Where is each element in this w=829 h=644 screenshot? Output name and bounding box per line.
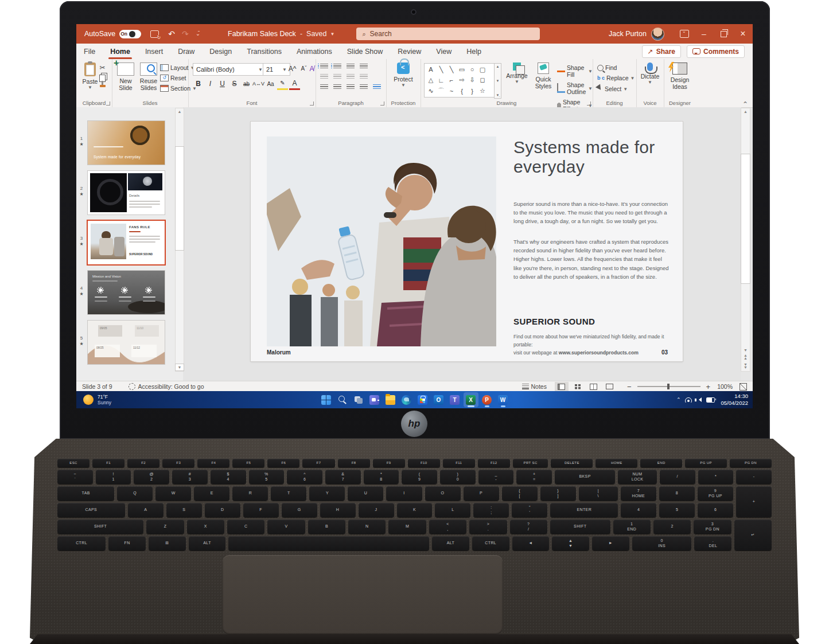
taskbar-icon-store[interactable] [415, 392, 430, 407]
key-r[interactable]: R [232, 486, 268, 501]
scroll-down-icon[interactable]: ▼ [744, 348, 748, 352]
key-u[interactable]: U [348, 486, 383, 501]
key-q[interactable]: Q [117, 486, 153, 501]
share-button[interactable]: ↗ Share [642, 45, 681, 58]
tab-file[interactable]: File [76, 44, 103, 59]
user-name[interactable]: Jack Purton [609, 30, 647, 38]
shape-outline-button[interactable]: Shape Outline▼ [557, 81, 593, 95]
redo-icon[interactable]: ↷ [182, 30, 189, 38]
shape-item-14[interactable]: ~ [446, 86, 457, 96]
key-f5[interactable]: f5 [232, 459, 264, 467]
key-i[interactable]: I [386, 486, 422, 501]
shape-item-2[interactable]: ╲ [446, 65, 457, 75]
key-([interactable]: ( 9 [402, 470, 437, 484]
touchpad[interactable] [223, 555, 503, 634]
key-alt[interactable]: ALT [432, 536, 469, 551]
key-d[interactable]: D [205, 503, 240, 517]
design-ideas-button[interactable]: Design Ideas [667, 63, 692, 90]
key-|[interactable]: | \ [579, 486, 618, 501]
key-)[interactable]: ) 0 [440, 470, 476, 484]
shape-item-5[interactable]: ▢ [477, 65, 488, 75]
key-shift[interactable]: SHIFT [550, 520, 610, 534]
key-*[interactable]: * [698, 470, 734, 484]
strikethrough-button[interactable]: S [229, 79, 240, 89]
key-esc[interactable]: ESC [57, 459, 89, 467]
key-5[interactable]: 5 [659, 503, 695, 517]
ribbon-display-options-button[interactable] [675, 24, 694, 44]
key-"[interactable]: " ' [512, 503, 547, 517]
panel-scroll-thumb[interactable] [175, 146, 184, 251]
scroll-thumb[interactable] [741, 154, 750, 284]
panel-scroll-down-icon[interactable]: ▼ [175, 364, 184, 371]
key-b[interactable]: B [308, 520, 345, 534]
align-left-icon[interactable] [320, 84, 328, 90]
fit-slide-icon[interactable] [740, 383, 747, 391]
bullets-icon[interactable] [320, 64, 328, 69]
key-3[interactable]: 3 PG DN [694, 520, 731, 534]
select-button[interactable]: Select▼ [597, 85, 635, 93]
key-m[interactable]: M [388, 520, 426, 534]
slide-thumbnail-2[interactable]: Details [88, 171, 165, 214]
text-direction-icon[interactable] [360, 64, 368, 69]
shape-item-1[interactable]: ╲ [436, 65, 446, 75]
slide-sorter-view-button[interactable] [571, 382, 585, 391]
key-6[interactable]: 6 [698, 503, 733, 517]
key-*[interactable]: * 8 [364, 470, 399, 484]
shapes-gallery-scrollbar[interactable]: ▲▼▼̱ [494, 63, 501, 99]
key-1[interactable]: 1 END [613, 520, 651, 534]
taskbar-icon-outlook[interactable]: O [431, 392, 446, 407]
paragraph-dialog-launcher[interactable] [380, 102, 384, 106]
search-input[interactable]: ⌕ Search [356, 28, 540, 40]
key-{[interactable]: { [ [502, 486, 538, 501]
key-w[interactable]: W [155, 486, 191, 501]
slide-cta[interactable]: Find out more about how we've miniaturiz… [513, 333, 671, 357]
key-k[interactable]: K [397, 503, 433, 517]
tab-slide-show[interactable]: Slide Show [340, 44, 391, 59]
shape-item-11[interactable]: ◻ [477, 75, 488, 85]
key-pg dn[interactable]: PG DN [730, 459, 772, 467]
undo-icon[interactable]: ↶ [168, 30, 175, 38]
numbering-icon[interactable] [333, 64, 341, 69]
key-f9[interactable]: f9 [373, 459, 405, 467]
taskbar-icon-start[interactable] [319, 392, 334, 407]
drawing-dialog-launcher[interactable] [587, 102, 591, 106]
key-e[interactable]: E [194, 486, 229, 501]
key-f12[interactable]: f12 [478, 459, 510, 467]
key-tab[interactable]: TAB [57, 486, 114, 501]
key--[interactable]: - [736, 470, 772, 484]
key-_[interactable]: _ - [478, 470, 514, 484]
align-text-icon[interactable] [360, 74, 368, 80]
character-spacing-icon[interactable]: A↔V [253, 79, 264, 89]
key-prt sc[interactable]: PRT SC [513, 459, 548, 467]
key-j[interactable]: J [359, 503, 394, 517]
cta-link[interactable]: www.superiorsoundproducts.com [559, 350, 639, 356]
key-+[interactable]: + [736, 486, 772, 517]
find-button[interactable]: Find [597, 64, 635, 71]
key-home[interactable]: HOME [596, 459, 637, 467]
shape-item-16[interactable]: } [467, 86, 477, 96]
increase-indent-icon[interactable] [333, 74, 341, 80]
key-↵[interactable]: ↵ [734, 520, 772, 551]
align-center-icon[interactable] [333, 84, 341, 90]
key-bksp[interactable]: BKSP [555, 470, 615, 484]
bold-button[interactable]: B [193, 79, 204, 89]
slide-paragraph-1[interactable]: Superior sound is more than a nice-to-ha… [513, 200, 671, 226]
shape-item-0[interactable]: A [426, 65, 436, 75]
increase-font-icon[interactable]: A^ [287, 63, 298, 74]
tab-home[interactable]: Home [103, 44, 138, 59]
key-f6[interactable]: f6 [267, 459, 299, 467]
volume-icon[interactable] [696, 397, 702, 402]
key-?[interactable]: ? / [510, 520, 547, 534]
key-%[interactable]: % 5 [249, 470, 285, 484]
underline-button[interactable]: U [217, 79, 228, 89]
key-a[interactable]: A [128, 503, 164, 517]
slide-paragraph-2[interactable]: That's why our engineers have crafted a … [513, 237, 671, 281]
slide-thumbnail-5[interactable]: 09/05 11/10 08/25 11/12 [88, 321, 165, 364]
slide-heading[interactable]: SUPERIOR SOUND [513, 317, 595, 326]
normal-view-button[interactable] [555, 382, 569, 391]
wifi-icon[interactable] [685, 397, 692, 403]
key-4[interactable]: 4 [621, 503, 656, 517]
shape-item-12[interactable]: ∿ [426, 86, 436, 96]
key-~[interactable]: ~ ` [57, 470, 93, 484]
taskbar-icon-excel[interactable]: X [464, 392, 478, 407]
